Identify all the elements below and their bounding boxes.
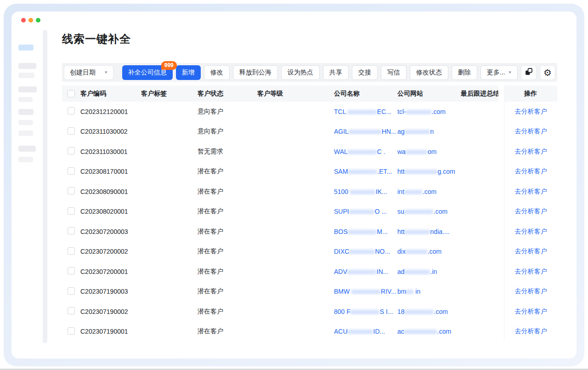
set-hotspot-button[interactable]: 设为热点 (281, 65, 320, 80)
company-website-link[interactable]: waxxxxxxom (397, 148, 461, 155)
website-visible-suffix: .com (437, 328, 451, 335)
analyze-customer-link[interactable]: 去分析客户 (515, 287, 547, 296)
website-redacted: xxxxxxx (405, 228, 430, 235)
company-name-visible-prefix: ADV (334, 268, 347, 275)
row-checkbox[interactable] (68, 267, 75, 274)
company-name-link[interactable]: ADVxxxxxxxxIN... (334, 268, 397, 275)
company-name-link[interactable]: BMW xxxxxxxxRIV... (334, 288, 397, 295)
website-visible-prefix: ag (397, 128, 405, 135)
complete-company-info-button[interactable]: 补全公司信息 999 (122, 65, 173, 80)
sidebar-item[interactable] (18, 146, 36, 152)
sidebar-item[interactable] (18, 97, 33, 102)
sidebar-item-active[interactable] (18, 45, 34, 51)
sidebar-item[interactable] (18, 131, 33, 136)
sidebar-item[interactable] (18, 157, 33, 162)
company-name-link[interactable]: SAMxxxxxxxx.ET... (334, 168, 397, 175)
analyze-customer-link[interactable]: 去分析客户 (515, 268, 547, 276)
minimize-window-button[interactable] (28, 18, 33, 23)
row-checkbox[interactable] (68, 307, 75, 314)
write-email-button[interactable]: 写信 (381, 65, 407, 80)
row-checkbox[interactable] (68, 167, 75, 175)
company-website-link[interactable]: httxxxxxxxndia.... (397, 228, 461, 235)
company-name-link[interactable]: BOSxxxxxxxxM... (334, 228, 397, 235)
website-visible-prefix: tcl- (397, 108, 406, 115)
company-website-link[interactable]: tcl-xxxxxxx.com (397, 108, 461, 115)
website-visible-prefix: htt (397, 228, 405, 235)
analyze-customer-link[interactable]: 去分析客户 (515, 327, 547, 336)
analyze-customer-link[interactable]: 去分析客户 (515, 207, 547, 216)
analyze-customer-link[interactable]: 去分析客户 (515, 148, 547, 156)
company-name-link[interactable]: AGILxxxxxxxxxHN... (334, 128, 397, 135)
analyze-customer-link[interactable]: 去分析客户 (515, 228, 547, 236)
sidebar-item[interactable] (18, 63, 36, 69)
company-name-visible-prefix: BOS (334, 228, 348, 235)
cell-customer-status: 潜在客户 (198, 167, 257, 176)
analyze-customer-link[interactable]: 去分析客户 (515, 307, 547, 316)
company-website-link[interactable]: suxxxxxxxx.com (397, 208, 461, 215)
company-name-visible-suffix: C . (377, 148, 385, 155)
company-website-link[interactable]: httxxxxxxxxxg.com (397, 168, 461, 175)
company-name-link[interactable]: WALxxxxxxxxC . (334, 148, 397, 155)
edit-button[interactable]: 修改 (204, 65, 230, 80)
analyze-customer-link[interactable]: 去分析客户 (515, 108, 547, 116)
row-checkbox[interactable] (68, 187, 75, 194)
handover-button[interactable]: 交接 (352, 65, 378, 80)
gear-icon: ⚙ (543, 68, 552, 77)
row-checkbox[interactable] (68, 107, 75, 114)
company-website-link[interactable]: agxxxxxxxn (397, 128, 461, 135)
select-all-checkbox[interactable] (68, 90, 75, 97)
row-checkbox[interactable] (68, 147, 75, 154)
company-website-link[interactable]: intxxxxx.com (397, 188, 461, 195)
more-button[interactable]: 更多... ▾ (481, 65, 518, 80)
maximize-window-button[interactable] (36, 18, 40, 23)
sidebar-item[interactable] (18, 109, 34, 115)
col-customer-code[interactable]: 客户编码 (80, 85, 141, 102)
company-name-link[interactable]: TCL xxxxxxxxEC... (334, 108, 397, 115)
analyze-customer-link[interactable]: 去分析客户 (515, 167, 547, 176)
company-name-link[interactable]: ACUxxxxxxxID... (334, 328, 397, 335)
col-customer-level[interactable]: 客户等级 (257, 85, 334, 102)
date-filter-select[interactable]: 创建日期 ▾ (64, 65, 113, 80)
cell-customer-status: 潜在客户 (198, 307, 257, 316)
analyze-customer-link[interactable]: 去分析客户 (515, 188, 547, 196)
row-checkbox[interactable] (68, 207, 75, 215)
sidebar-item[interactable] (18, 86, 37, 92)
company-name-link[interactable]: 800 FxxxxxxxxS I... (334, 308, 397, 315)
company-name-visible-suffix: M... (377, 228, 388, 235)
col-company-website[interactable]: 公司网站 (397, 85, 461, 102)
release-to-pool-button[interactable]: 释放到公海 (233, 65, 278, 80)
website-visible-prefix: dix (397, 248, 406, 255)
change-status-button[interactable]: 修改状态 (410, 65, 448, 80)
col-customer-tag[interactable]: 客户标签 (141, 85, 198, 102)
row-checkbox[interactable] (68, 327, 75, 335)
settings-button[interactable]: ⚙ (540, 65, 555, 80)
company-name-link[interactable]: DIXCxxxxxxxNO... (334, 248, 397, 255)
company-name-link[interactable]: SUPIxxxxxxxO ... (334, 208, 397, 215)
company-website-link[interactable]: acxxxxxxxxx.com (397, 328, 461, 335)
analyze-customer-link[interactable]: 去分析客户 (515, 127, 547, 136)
row-checkbox[interactable] (68, 227, 75, 234)
apps-switch-button[interactable] (521, 65, 537, 80)
cell-customer-status: 潜在客户 (198, 228, 257, 236)
company-name-visible-suffix: RIV... (381, 288, 396, 295)
share-button[interactable]: 共享 (323, 65, 349, 80)
row-checkbox[interactable] (68, 287, 75, 295)
row-checkbox[interactable] (68, 127, 75, 135)
col-customer-status[interactable]: 客户状态 (198, 85, 257, 102)
analyze-customer-link[interactable]: 去分析客户 (515, 247, 547, 256)
close-window-button[interactable] (21, 18, 26, 23)
company-website-link[interactable]: adxxxxxxx.in (397, 268, 461, 275)
col-followup-summary[interactable]: 最后跟进总结 (461, 85, 498, 102)
add-button[interactable]: 新增 (176, 65, 201, 80)
col-company-name[interactable]: 公司名称 (334, 85, 397, 102)
company-website-link[interactable]: dixxxxxxx.com (397, 248, 461, 255)
delete-button[interactable]: 删除 (452, 65, 477, 80)
company-website-link[interactable]: 18xxxxxxxx.com (397, 308, 461, 315)
sidebar-item[interactable] (18, 73, 34, 78)
sidebar-item[interactable] (18, 120, 33, 125)
table-row: C202311030001 暂无需求 WALxxxxxxxxC . waxxxx… (62, 142, 557, 162)
caret-down-icon: ▾ (105, 70, 107, 74)
company-website-link[interactable]: bmxx in (397, 288, 461, 295)
company-name-link[interactable]: 5100 xxxxxxxIK... (334, 188, 397, 195)
row-checkbox[interactable] (68, 247, 75, 255)
